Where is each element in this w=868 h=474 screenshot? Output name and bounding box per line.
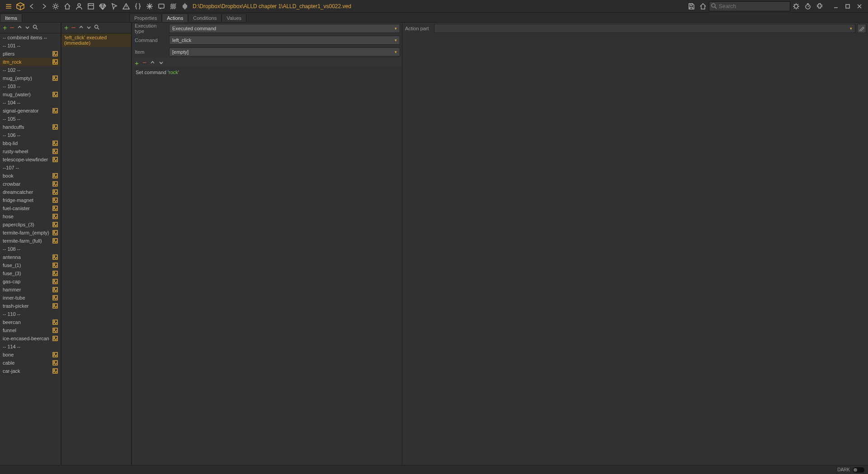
command-dropdown[interactable]: left_click ▾ [169, 36, 400, 45]
add-action-icon[interactable]: + [64, 24, 68, 32]
list-item[interactable]: trash-picker [0, 302, 61, 310]
tab-values[interactable]: Values [222, 14, 246, 22]
list-item[interactable]: book [0, 172, 61, 180]
command-down-icon[interactable] [159, 60, 164, 66]
list-item[interactable]: itm_rock [0, 58, 61, 66]
image-icon [52, 328, 58, 333]
list-item[interactable]: -- 103 -- [0, 82, 61, 90]
list-item[interactable]: car-jack [0, 367, 61, 375]
window-icon[interactable] [85, 0, 97, 12]
list-item[interactable]: signal-generator [0, 107, 61, 115]
user-icon[interactable] [73, 0, 85, 12]
action-up-icon[interactable] [79, 25, 84, 31]
search-actions-icon[interactable] [94, 24, 99, 31]
list-item[interactable]: gas-cap [0, 277, 61, 286]
list-item[interactable]: -- 108 -- [0, 245, 61, 253]
list-item[interactable]: beercan [0, 318, 61, 326]
list-item[interactable]: -- 114 -- [0, 343, 61, 351]
minimize-icon[interactable] [830, 0, 842, 12]
list-item[interactable]: fuse_(3) [0, 269, 61, 277]
list-item[interactable]: bone [0, 351, 61, 359]
list-item[interactable]: --107 -- [0, 164, 61, 172]
remove-item-icon[interactable]: − [9, 23, 14, 33]
items-list[interactable]: -- combined items ---- 101 --pliersitm_r… [0, 33, 61, 465]
close-icon[interactable] [854, 0, 865, 12]
action-item[interactable]: 'left_click' executed (immediate) [61, 33, 131, 47]
list-item[interactable]: dreamcatcher [0, 188, 61, 196]
list-item[interactable]: funnel [0, 326, 61, 334]
list-item[interactable]: -- 110 -- [0, 310, 61, 318]
back-icon[interactable] [26, 0, 38, 12]
hatch-icon[interactable] [167, 0, 179, 12]
dialog-icon[interactable] [156, 0, 167, 12]
maximize-icon[interactable] [842, 0, 854, 12]
list-item[interactable]: antenna [0, 253, 61, 261]
save-icon[interactable] [685, 0, 697, 12]
command-line[interactable]: Set command 'rock' [132, 68, 402, 77]
forward-icon[interactable] [38, 0, 50, 12]
actions-list[interactable]: 'left_click' executed (immediate) [61, 33, 131, 47]
snowflake-icon[interactable] [144, 0, 156, 12]
bug-icon[interactable] [790, 0, 802, 12]
list-item[interactable]: paperclips_(3) [0, 221, 61, 229]
list-item[interactable]: mug_(water) [0, 90, 61, 99]
list-item[interactable]: hammer [0, 286, 61, 294]
toggle-switch[interactable] [853, 467, 864, 473]
plugin-icon[interactable] [814, 0, 826, 12]
list-item[interactable]: handcuffs [0, 123, 61, 131]
list-item[interactable]: -- 106 -- [0, 131, 61, 139]
list-item[interactable]: -- 102 -- [0, 66, 61, 74]
list-item[interactable]: fuel-canister [0, 204, 61, 212]
top-toolbar: D:\Dropbox\Dropbox\ALLD chapter 1\ALLD_c… [0, 0, 868, 13]
image-icon [52, 336, 58, 341]
audio-wave-icon[interactable] [179, 0, 191, 12]
list-item[interactable]: cable [0, 359, 61, 367]
list-item[interactable]: termite-farm_(empty) [0, 229, 61, 237]
tab-actions[interactable]: Actions [162, 14, 188, 22]
tab-conditions[interactable]: Conditions [188, 14, 222, 22]
move-up-icon[interactable] [17, 25, 22, 31]
warning-icon[interactable] [120, 0, 132, 12]
list-item[interactable]: fuse_(1) [0, 261, 61, 269]
list-item[interactable]: inner-tube [0, 294, 61, 302]
list-item[interactable]: hose [0, 212, 61, 221]
remove-action-icon[interactable]: − [71, 23, 76, 33]
action-part-dropdown[interactable]: ▾ [434, 24, 855, 33]
home-icon[interactable] [61, 0, 73, 12]
command-up-icon[interactable] [150, 60, 155, 66]
move-down-icon[interactable] [25, 25, 30, 31]
search-box[interactable] [709, 1, 790, 11]
add-command-icon[interactable]: + [135, 59, 139, 67]
list-item[interactable]: -- 105 -- [0, 115, 61, 123]
list-item[interactable]: termite-farm_(full) [0, 237, 61, 245]
list-item[interactable]: rusty-wheel [0, 147, 61, 155]
action-down-icon[interactable] [86, 25, 91, 31]
list-item[interactable]: mug_(empty) [0, 74, 61, 82]
braces-icon[interactable] [132, 0, 144, 12]
list-item[interactable]: -- combined items -- [0, 33, 61, 42]
edit-action-part-icon[interactable] [857, 24, 866, 33]
list-item[interactable]: pliers [0, 50, 61, 58]
add-item-icon[interactable]: + [3, 24, 7, 32]
settings-gear-icon[interactable] [50, 0, 61, 12]
diamond-icon[interactable] [97, 0, 108, 12]
tab-items[interactable]: Items [0, 14, 22, 22]
cursor-icon[interactable] [108, 0, 120, 12]
stopwatch-icon[interactable] [802, 0, 814, 12]
home2-icon[interactable] [697, 0, 709, 12]
list-item[interactable]: ice-encased-beercan [0, 334, 61, 343]
execution-type-dropdown[interactable]: Executed command ▾ [169, 24, 400, 33]
theme-toggle[interactable]: DARK [837, 467, 864, 473]
list-item[interactable]: bbq-lid [0, 139, 61, 147]
tab-properties[interactable]: Properties [129, 14, 162, 22]
list-item[interactable]: crowbar [0, 180, 61, 188]
list-item[interactable]: -- 101 -- [0, 42, 61, 50]
search-items-icon[interactable] [33, 24, 38, 31]
menu-icon[interactable] [3, 0, 14, 12]
list-item[interactable]: fridge-magnet [0, 196, 61, 204]
list-item[interactable]: telescope-viewfinder [0, 155, 61, 164]
remove-command-icon[interactable]: − [142, 59, 146, 67]
item-dropdown[interactable]: [empty] ▾ [169, 47, 400, 56]
list-item[interactable]: -- 104 -- [0, 99, 61, 107]
search-input[interactable] [717, 3, 788, 9]
